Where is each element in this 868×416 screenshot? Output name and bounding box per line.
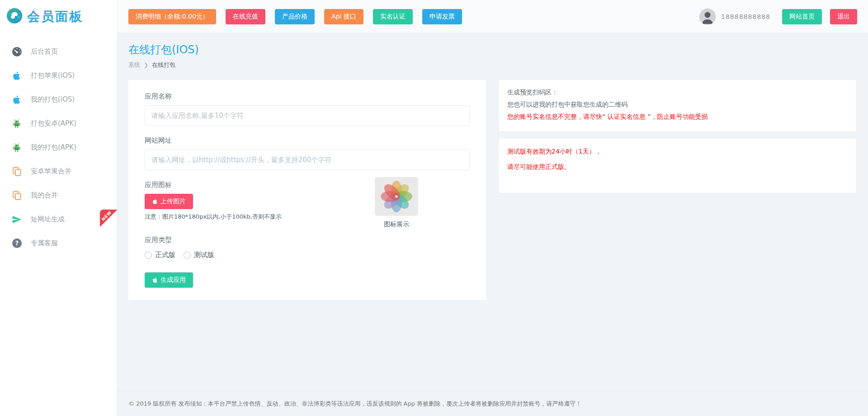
invoice-button[interactable]: 申请发票 <box>422 9 462 24</box>
generate-app-button[interactable]: 生成应用 <box>145 272 193 288</box>
brand: 会员面板 <box>0 0 117 33</box>
app-icon-group: 应用图标 上传图片 注意：图片180*180px以内,小于100kb,否则不显示 <box>145 180 470 221</box>
site-url-group: 网站网址 <box>145 136 470 170</box>
footer-text: © 2019 版权所有 发布须知：本平台严禁上传色情、反动、政治、非法博彩类等违… <box>128 400 581 408</box>
notice-line1: 测试版有效期为24小时（1天）， <box>507 148 848 156</box>
sidebar-item-label: 我的合并 <box>31 191 58 200</box>
panels: 应用名称 网站网址 应用图标 上传图片 注意：图片180*180px以内,小于1… <box>128 80 856 300</box>
android-icon <box>11 143 23 153</box>
dashboard-icon <box>11 47 23 57</box>
sidebar-item-my-packages-apk[interactable]: 我的打包(APK) <box>0 136 117 159</box>
notice-panel: 测试版有效期为24小时（1天）， 请尽可能使用正式版。 <box>499 139 856 193</box>
page-title: 在线打包(IOS) <box>128 42 857 57</box>
site-url-input[interactable] <box>145 150 470 170</box>
preview-line1: 生成预览扫码区： <box>507 86 848 98</box>
recharge-button[interactable]: 在线充值 <box>226 9 265 24</box>
apple-icon <box>152 277 158 283</box>
real-name-auth-button[interactable]: 实名认证 <box>373 9 413 24</box>
radio-circle-icon <box>145 252 152 259</box>
breadcrumb: 系统 ❯ 在线打包 <box>128 61 857 69</box>
upload-note: 注意：图片180*180px以内,小于100kb,否则不显示 <box>145 213 470 221</box>
merge-icon <box>11 190 23 201</box>
app-icon-label: 应用图标 <box>145 180 470 189</box>
package-form: 应用名称 网站网址 应用图标 上传图片 注意：图片180*180px以内,小于1… <box>128 80 486 300</box>
radio-circle-icon <box>184 252 191 259</box>
breadcrumb-current: 在线打包 <box>152 61 175 69</box>
sidebar-item-my-packages-ios[interactable]: 我的打包(iOS) <box>0 88 117 112</box>
radio-release[interactable]: 正式版 <box>145 251 175 259</box>
sidebar-item-package-ios[interactable]: 打包苹果(iOS) <box>0 64 117 88</box>
sidebar: 会员面板 后台首页 打包苹果(iOS) <box>0 0 118 416</box>
question-icon: ? <box>11 238 23 248</box>
sidebar-item-merge[interactable]: 安卓苹果合并 <box>0 159 117 183</box>
logout-button[interactable]: 退出 <box>830 9 857 24</box>
right-column: 生成预览扫码区： 您也可以进我的打包中获取您生成的二维码 您的账号实名信息不完整… <box>499 80 856 300</box>
user-phone: 18888888888 <box>721 13 770 20</box>
apple-icon <box>11 95 23 105</box>
preview-line2: 您也可以进我的打包中获取您生成的二维码 <box>507 98 848 111</box>
android-icon <box>11 119 23 129</box>
sidebar-item-label: 专属客服 <box>31 239 58 248</box>
consumption-detail-button[interactable]: 消费明细（余额:0.00元） <box>128 9 216 24</box>
breadcrumb-root[interactable]: 系统 <box>128 61 140 69</box>
sidebar-item-label: 安卓苹果合并 <box>31 167 71 176</box>
notice-line2: 请尽可能使用正式版。 <box>507 163 848 171</box>
product-price-button[interactable]: 产品价格 <box>275 9 315 24</box>
content: 在线打包(IOS) 系统 ❯ 在线打包 应用名称 网站网址 应用图标 <box>118 33 868 416</box>
sidebar-item-support[interactable]: ? 专属客服 <box>0 231 117 255</box>
upload-image-button[interactable]: 上传图片 <box>145 194 193 209</box>
icon-preview-caption: 图标展示 <box>375 220 418 229</box>
sidebar-item-label: 后台首页 <box>31 47 58 56</box>
user-area: 18888888888 网站首页 退出 <box>699 9 857 25</box>
app-name-input[interactable] <box>145 105 470 126</box>
apple-icon <box>11 71 23 81</box>
site-url-label: 网站网址 <box>145 136 470 145</box>
footer: © 2019 版权所有 发布须知：本平台严禁上传色情、反动、政治、非法博彩类等违… <box>118 391 868 416</box>
app-type-label: 应用类型 <box>145 235 470 244</box>
app-name-label: 应用名称 <box>145 92 470 101</box>
sidebar-item-label: 打包苹果(iOS) <box>31 71 75 80</box>
page-head: 在线打包(IOS) 系统 ❯ 在线打包 <box>118 33 868 69</box>
svg-text:?: ? <box>15 239 19 247</box>
icon-preview: 图标展示 <box>375 177 418 229</box>
new-badge: NEW <box>100 210 117 227</box>
plane-icon <box>11 215 23 224</box>
preview-panel: 生成预览扫码区： 您也可以进我的打包中获取您生成的二维码 您的账号实名信息不完整… <box>499 80 856 131</box>
sidebar-item-short-url[interactable]: 短网址生成 NEW <box>0 207 117 231</box>
sidebar-item-label: 短网址生成 <box>31 215 65 224</box>
sidebar-item-label: 我的打包(APK) <box>31 143 76 152</box>
sidebar-item-my-merges[interactable]: 我的合并 <box>0 183 117 207</box>
flower-preview-image <box>375 177 418 216</box>
site-home-button[interactable]: 网站首页 <box>782 9 822 24</box>
sidebar-item-label: 我的打包(iOS) <box>31 95 75 104</box>
merge-icon <box>11 166 23 177</box>
sidebar-nav: 后台首页 打包苹果(iOS) 我的打包(iOS) <box>0 33 117 255</box>
brand-title: 会员面板 <box>27 8 83 25</box>
app-type-options: 正式版 测试版 <box>145 251 470 259</box>
realname-warning: 您的账号实名信息不完整，请尽快“ 认证实名信息 ”，防止账号功能受损 <box>507 111 848 123</box>
sidebar-item-dashboard[interactable]: 后台首页 <box>0 40 117 64</box>
apple-icon <box>152 198 158 205</box>
app-name-group: 应用名称 <box>145 92 470 126</box>
radio-test[interactable]: 测试版 <box>184 251 214 259</box>
topbar: 消费明细（余额:0.00元） 在线充值 产品价格 Api 接口 实名认证 申请发… <box>118 0 868 33</box>
sidebar-item-label: 打包安卓(APK) <box>31 119 76 128</box>
api-button[interactable]: Api 接口 <box>324 9 363 24</box>
sidebar-item-package-apk[interactable]: 打包安卓(APK) <box>0 112 117 136</box>
brand-logo-icon <box>6 7 24 26</box>
chevron-right-icon: ❯ <box>144 62 148 68</box>
avatar[interactable] <box>699 9 716 25</box>
